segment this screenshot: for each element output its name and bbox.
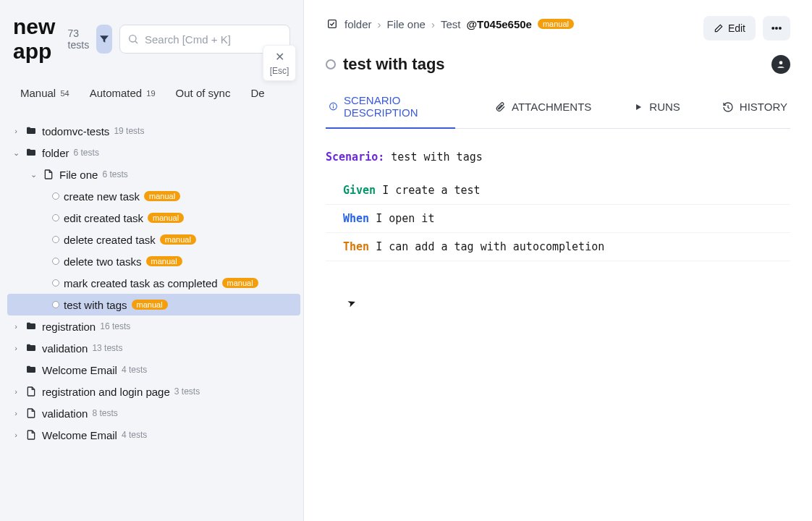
status-icon: [326, 59, 336, 69]
tab-out-of-sync[interactable]: Out of sync: [176, 87, 231, 109]
tab-automated-label: Automated: [90, 87, 143, 99]
folder-icon: [25, 146, 38, 159]
search-input[interactable]: [145, 33, 282, 46]
avatar[interactable]: [771, 55, 790, 74]
detail-tabs: SCENARIO DESCRIPTION ATTACHMENTS RUNS HI…: [326, 94, 790, 129]
svg-line-1: [135, 41, 138, 43]
tree-label: todomvc-tests: [42, 125, 109, 137]
folder-icon: [25, 320, 38, 333]
breadcrumb-test-prefix: Test: [441, 18, 461, 30]
status-icon: [52, 192, 59, 200]
step-text: I open it: [376, 212, 434, 225]
app-title: new app: [13, 14, 61, 64]
tree-label: delete created task: [64, 234, 156, 246]
tab-attachments[interactable]: ATTACHMENTS: [491, 94, 594, 128]
tree-test-item[interactable]: mark created task as completed manual: [7, 272, 300, 294]
breadcrumb-test-id: @T045e650e: [466, 18, 532, 30]
tree-folder-folder[interactable]: ⌄ folder 6 tests: [7, 142, 300, 164]
tab-manual[interactable]: Manual 54: [20, 87, 69, 109]
tree-file-reglogin[interactable]: › registration and login page 3 tests: [7, 381, 300, 402]
tree-label: Welcome Email: [42, 429, 117, 441]
tab-attachments-label: ATTACHMENTS: [512, 101, 591, 113]
close-shortcut: [Esc]: [266, 66, 292, 76]
tab-manual-label: Manual: [20, 87, 56, 99]
tree-meta: 6 tests: [74, 148, 99, 158]
tab-scenario[interactable]: SCENARIO DESCRIPTION: [326, 94, 455, 129]
tree-test-item[interactable]: delete two tasks manual: [7, 250, 300, 272]
tree-label: File one: [59, 169, 98, 181]
play-icon: [633, 102, 643, 112]
status-icon: [52, 258, 59, 265]
svg-point-6: [333, 105, 334, 106]
tree-test-item[interactable]: edit created task manual: [7, 207, 300, 229]
tree-folder-validation[interactable]: › validation 13 tests: [7, 337, 300, 359]
folder-icon: [25, 342, 38, 355]
file-icon: [42, 168, 55, 181]
tab-history-label: HISTORY: [740, 101, 787, 113]
tree-file-validation2[interactable]: › validation 8 tests: [7, 402, 300, 424]
tree-meta: 19 tests: [114, 126, 144, 136]
tree-meta: 6 tests: [102, 169, 127, 179]
filter-button[interactable]: [96, 25, 112, 54]
info-icon: [329, 101, 338, 112]
file-icon: [25, 385, 38, 398]
scenario-block: Scenario: test with tags Given I create …: [326, 151, 790, 261]
checkbox-icon: [326, 17, 339, 30]
tree-folder-todomvc[interactable]: › todomvc-tests 19 tests: [7, 120, 300, 142]
sidebar-header: new app 73 tests: [0, 0, 303, 71]
scenario-step: Then I can add a tag with autocompletion: [326, 233, 790, 261]
tab-automated-count: 19: [146, 89, 155, 98]
step-text: I create a test: [382, 184, 480, 197]
tree-test-item[interactable]: delete created task manual: [7, 229, 300, 250]
tree-folder-registration[interactable]: › registration 16 tests: [7, 315, 300, 337]
file-icon: [25, 428, 38, 441]
tab-automated[interactable]: Automated 19: [90, 87, 156, 109]
step-text: I can add a tag with autocompletion: [376, 240, 604, 253]
pencil-icon: [714, 23, 724, 33]
tab-scenario-label: SCENARIO DESCRIPTION: [344, 94, 452, 119]
paperclip-icon: [494, 101, 506, 113]
manual-tag: manual: [144, 191, 180, 201]
tree-file-welcome2[interactable]: › Welcome Email 4 tests: [7, 424, 300, 446]
test-tree: › todomvc-tests 19 tests ⌄ folder 6 test…: [0, 110, 303, 521]
tree-meta: 16 tests: [100, 321, 130, 331]
breadcrumb-file[interactable]: File one: [387, 18, 426, 30]
tree-label: registration: [42, 321, 96, 333]
tree-meta: 4 tests: [122, 430, 147, 440]
breadcrumb-sep: ›: [378, 18, 381, 30]
chevron-right-icon: ›: [12, 431, 20, 439]
svg-point-3: [779, 61, 783, 64]
tab-runs[interactable]: RUNS: [630, 94, 683, 128]
manual-tag: manual: [538, 19, 574, 29]
close-icon: ✕: [266, 51, 292, 63]
step-keyword: When: [343, 212, 369, 225]
filter-icon: [98, 33, 110, 45]
close-panel-button[interactable]: ✕ [Esc]: [263, 45, 296, 81]
scenario-name: test with tags: [391, 151, 482, 164]
tree-folder-welcome[interactable]: › Welcome Email 4 tests: [7, 359, 300, 381]
search-icon: [127, 33, 139, 45]
tree-test-item[interactable]: create new task manual: [7, 185, 300, 207]
sidebar: new app 73 tests ✕ [Esc] Manual 54 Autom…: [0, 0, 304, 521]
edit-button[interactable]: Edit: [703, 16, 756, 41]
test-title: test with tags: [343, 55, 445, 74]
svg-rect-2: [329, 20, 337, 28]
folder-icon: [25, 363, 38, 376]
chevron-right-icon: ›: [12, 409, 20, 418]
tree-label: folder: [42, 147, 69, 159]
status-icon: [52, 214, 59, 221]
tree-label: edit created task: [64, 212, 143, 224]
person-icon: [776, 59, 786, 69]
tree-label: Welcome Email: [42, 364, 117, 376]
tree-file-fileone[interactable]: ⌄ File one 6 tests: [7, 164, 300, 185]
edit-label: Edit: [728, 22, 745, 34]
tab-history[interactable]: HISTORY: [719, 94, 790, 128]
manual-tag: manual: [160, 234, 196, 245]
tab-deleted[interactable]: De: [250, 87, 264, 109]
more-button[interactable]: •••: [763, 16, 790, 41]
dots-icon: •••: [771, 22, 782, 34]
cursor-icon: ➤: [346, 295, 358, 309]
breadcrumb-folder[interactable]: folder: [344, 18, 372, 30]
tree-test-item-selected[interactable]: test with tags manual: [7, 294, 300, 315]
status-icon: [52, 279, 59, 287]
